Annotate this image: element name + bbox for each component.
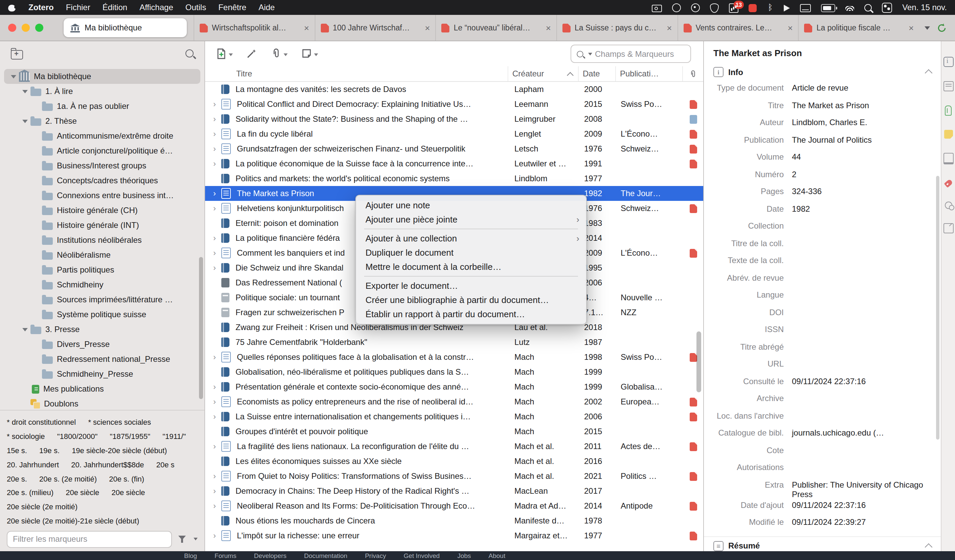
collection-item[interactable]: 2. Thèse — [4, 114, 200, 128]
table-row[interactable]: ›Nous étions les mouchards de Cincera Ma… — [205, 513, 703, 528]
context-menu-item[interactable]: Ajouter à une collection › — [356, 231, 586, 245]
new-note-button[interactable] — [301, 48, 318, 59]
collection-item[interactable]: Schmidheiny_Presse — [4, 367, 200, 381]
column-header-publication[interactable]: Publicati… — [615, 66, 682, 81]
menu-outils[interactable]: Outils — [185, 3, 206, 12]
collection-item[interactable]: Histoire générale (CH) — [4, 203, 200, 218]
tag[interactable]: 20. Jahrhundert$$8de — [71, 457, 144, 472]
menubar-clock[interactable]: Ven. 15 nov. — [902, 3, 947, 12]
menu-aide[interactable]: Aide — [258, 3, 275, 12]
table-row[interactable]: ›Economists as policy entrepreneurs and … — [205, 394, 703, 409]
collection-item[interactable]: Institutions néolibérales — [4, 232, 200, 248]
close-tab-icon[interactable]: × — [545, 23, 551, 33]
table-row[interactable]: ›La montagne des vanités: les secrets de… — [205, 82, 703, 97]
items-scrollbar[interactable] — [697, 331, 701, 392]
filter-chevron-icon[interactable] — [194, 538, 198, 540]
footer-link[interactable]: Jobs — [457, 552, 471, 559]
collection-item[interactable]: Sources imprimées/littérature … — [4, 292, 200, 307]
field-value[interactable]: The Market as Prison — [792, 100, 941, 110]
reader-tab[interactable]: La Suisse : pays du c… × — [556, 15, 677, 41]
expand-chevron-icon[interactable] — [22, 119, 28, 123]
abstract-section-header[interactable]: Résumé — [704, 536, 941, 551]
footer-link[interactable]: Blog — [184, 552, 197, 559]
apple-icon[interactable] — [8, 3, 16, 12]
tag[interactable]: 20. Jahrhundert — [7, 457, 59, 472]
context-menu-item[interactable]: Dupliquer le document › — [356, 245, 586, 260]
field-value[interactable]: Article de revue — [792, 83, 941, 93]
reader-tab[interactable]: Wirtschaftspolitik al… × — [194, 15, 315, 41]
collection-item[interactable]: Redressement national_Presse — [4, 352, 200, 367]
context-menu-item[interactable]: Ajouter une note › — [356, 198, 586, 212]
table-row[interactable]: ›Neoliberal Reason and Its Forms: De-Pol… — [205, 498, 703, 513]
row-expand-chevron-icon[interactable]: › — [210, 442, 219, 451]
close-window-button[interactable] — [8, 24, 16, 32]
add-by-identifier-button[interactable] — [246, 48, 257, 59]
row-expand-chevron-icon[interactable]: › — [210, 160, 219, 168]
minimize-window-button[interactable] — [22, 24, 30, 32]
battery-icon[interactable] — [821, 5, 835, 12]
new-item-button[interactable] — [216, 48, 233, 59]
column-header-date[interactable]: Date — [578, 66, 615, 81]
collapse-section-icon[interactable] — [925, 69, 933, 77]
collection-item[interactable]: Néolibéralisme — [4, 248, 200, 262]
table-row[interactable]: ›La fragilité des liens nationaux. La re… — [205, 439, 703, 454]
table-row[interactable]: ›Solidarity without the State?: Business… — [205, 112, 703, 126]
footer-link[interactable]: Documentation — [304, 552, 348, 559]
tags-icon[interactable] — [944, 179, 953, 188]
wifi-icon[interactable] — [845, 6, 854, 11]
row-expand-chevron-icon[interactable]: › — [210, 100, 219, 108]
new-collection-icon[interactable] — [11, 50, 23, 59]
table-row[interactable]: ›Quelles réponses politiques face à la g… — [205, 349, 703, 365]
collection-item[interactable]: Mes publications — [4, 381, 200, 396]
tag[interactable]: 20e siècle (2e moitié)-21e siècle (début… — [7, 514, 139, 527]
keyboard-icon[interactable] — [800, 4, 811, 12]
menu-edition[interactable]: Édition — [103, 3, 127, 12]
field-value[interactable]: 1982 — [792, 204, 941, 214]
tag[interactable]: 20e siècle (2e moitié) — [7, 500, 77, 514]
footer-link[interactable]: Privacy — [365, 552, 386, 559]
row-expand-chevron-icon[interactable]: › — [210, 398, 219, 406]
bluetooth-icon[interactable]: ᛒ — [767, 3, 773, 12]
app-menu-zotero[interactable]: Zotero — [28, 3, 54, 12]
tag[interactable]: 20e s. — [7, 472, 27, 486]
tag[interactable]: "1875/1955" — [110, 429, 150, 444]
field-value[interactable]: journals.uchicago.edu (… — [792, 428, 941, 438]
abstract-icon[interactable] — [943, 81, 953, 91]
notes-icon[interactable] — [944, 130, 953, 139]
chart-badge-icon[interactable]: 13 — [729, 3, 738, 12]
menu-fichier[interactable]: Fichier — [66, 3, 90, 12]
row-expand-chevron-icon[interactable]: › — [210, 502, 219, 510]
tag[interactable]: "1911/" — [163, 429, 186, 444]
tag[interactable]: 19e siècle-20e siècle (début) — [72, 444, 167, 458]
row-expand-chevron-icon[interactable]: › — [210, 383, 219, 391]
tag[interactable]: "1800/2000" — [57, 429, 98, 444]
tag[interactable]: * sociologie — [7, 429, 45, 444]
row-expand-chevron-icon[interactable]: › — [210, 115, 219, 123]
table-row[interactable]: ›La politique économique de la Suisse fa… — [205, 156, 703, 171]
expand-chevron-icon[interactable] — [22, 90, 28, 93]
reader-tab[interactable]: 100 Jahre Wirtschaf… × — [315, 15, 435, 41]
collection-item[interactable]: 1a. À ne pas oublier — [4, 99, 200, 114]
tag[interactable]: 15e s. — [7, 444, 27, 458]
collapse-section-icon[interactable] — [925, 543, 933, 551]
locate-icon[interactable] — [943, 223, 953, 233]
context-menu-item[interactable]: Créer une bibliographie à partir du docu… — [356, 293, 586, 307]
reader-tab[interactable]: Le “nouveau” libéral… × — [435, 15, 556, 41]
table-row[interactable]: ›Présentation générale et contexte socio… — [205, 379, 703, 394]
column-header-title[interactable]: Titre — [205, 66, 507, 81]
collection-search-icon[interactable] — [185, 49, 194, 58]
row-expand-chevron-icon[interactable]: › — [210, 487, 219, 495]
red-app-icon[interactable] — [748, 4, 757, 12]
table-row[interactable]: ›Les élites économiques suisses au XXe s… — [205, 454, 703, 469]
row-expand-chevron-icon[interactable]: › — [210, 130, 219, 138]
collection-item[interactable]: Partis politiques — [4, 262, 200, 277]
row-expand-chevron-icon[interactable]: › — [210, 189, 219, 198]
reader-tab[interactable]: La politique fiscale … × — [798, 15, 919, 41]
table-row[interactable]: ›Grundsatzfragen der schweizerischen Fin… — [205, 141, 703, 156]
tag[interactable]: 20e s. (2e moitié) — [39, 472, 97, 486]
field-value[interactable]: 09/11/2024 22:37:16 — [792, 376, 941, 386]
table-row[interactable]: ›La Suisse entre internationalisation et… — [205, 409, 703, 424]
field-value[interactable]: 2 — [792, 169, 941, 179]
tab-list-chevron-icon[interactable] — [925, 26, 930, 30]
context-menu-item[interactable]: Exporter le document… › — [356, 279, 586, 293]
